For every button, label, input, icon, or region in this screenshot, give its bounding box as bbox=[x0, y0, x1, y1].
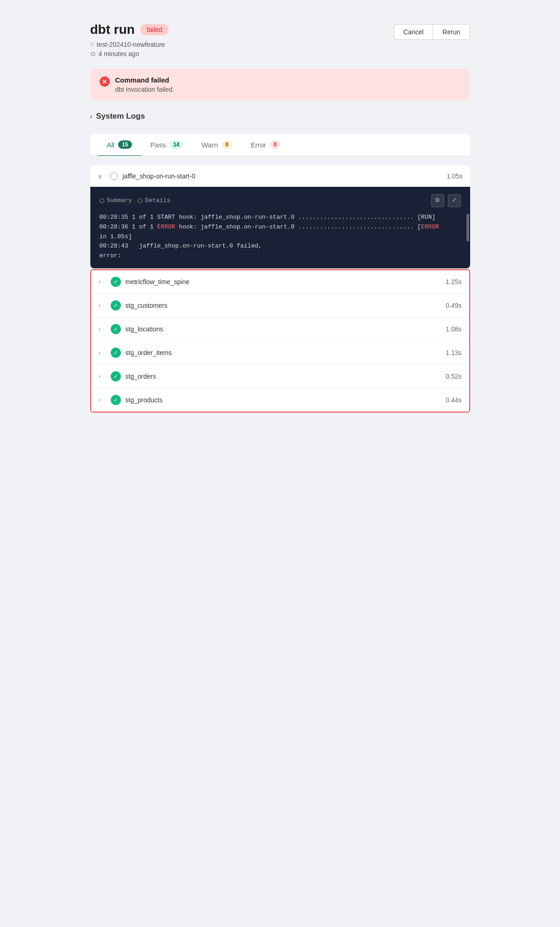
tab-pass-badge: 14 bbox=[170, 140, 183, 149]
cancel-button[interactable]: Cancel bbox=[394, 24, 433, 40]
status-badge: failed bbox=[140, 24, 169, 35]
header-buttons: Cancel Rerun bbox=[394, 24, 470, 40]
tab-all[interactable]: All 15 bbox=[98, 134, 141, 156]
pass-item-time: 1.13s bbox=[446, 349, 461, 356]
chevron-right-icon[interactable]: › bbox=[99, 396, 106, 403]
list-item: › ✓ metricflow_time_spine 1.25s bbox=[91, 270, 469, 294]
clock-icon: ⊙ bbox=[90, 50, 96, 57]
time-row: ⊙ 4 minutes ago bbox=[90, 50, 169, 57]
system-logs-section: › System Logs bbox=[90, 112, 470, 121]
run-item-jaffle-shop: ∨ jaffle_shop-on-run-start-0 1.05s Summa… bbox=[90, 165, 470, 268]
pass-items-box: › ✓ metricflow_time_spine 1.25s › ✓ stg_… bbox=[90, 269, 470, 413]
system-logs-label: System Logs bbox=[96, 112, 145, 121]
pass-icon: ✓ bbox=[111, 300, 121, 311]
summary-label: Summary bbox=[107, 196, 132, 206]
terminal-icons: ⧉ ⤢ bbox=[431, 194, 461, 207]
rerun-button[interactable]: Rerun bbox=[433, 24, 470, 40]
tab-warn[interactable]: Warn 0 bbox=[192, 134, 241, 156]
pass-icon: ✓ bbox=[111, 324, 121, 334]
branch-name: test-202410-newfeature bbox=[97, 41, 165, 48]
chevron-down-icon: ∨ bbox=[98, 173, 105, 180]
chevron-right-icon[interactable]: › bbox=[99, 373, 106, 380]
details-circle bbox=[138, 198, 142, 203]
copy-icon[interactable]: ⧉ bbox=[431, 194, 444, 207]
pass-item-time: 1.25s bbox=[446, 278, 461, 286]
error-banner: ✕ Command failed dbt invocation failed. bbox=[90, 69, 470, 101]
pass-item-time: 0.52s bbox=[446, 373, 461, 380]
terminal-output: 00:28:35 1 of 1 START hook: jaffle_shop.… bbox=[100, 213, 461, 261]
terminal-block: Summary Details ⧉ ⤢ 00:28:35 1 of 1 STAR… bbox=[90, 187, 470, 268]
chevron-right-icon[interactable]: › bbox=[99, 325, 106, 332]
terminal-scrollbar[interactable] bbox=[466, 214, 469, 241]
branch-row: ⑂ test-202410-newfeature bbox=[90, 41, 169, 48]
pass-icon: ✓ bbox=[111, 277, 121, 287]
terminal-header: Summary Details ⧉ ⤢ bbox=[100, 194, 461, 207]
system-logs-toggle[interactable]: › System Logs bbox=[90, 112, 470, 121]
list-item: › ✓ stg_orders 0.52s bbox=[91, 365, 469, 388]
tab-warn-label: Warn bbox=[201, 141, 218, 149]
terminal-tab-summary[interactable]: Summary bbox=[100, 196, 132, 206]
pass-item-time: 0.49s bbox=[446, 302, 461, 309]
error-bracket: ERROR bbox=[421, 223, 439, 230]
time-ago: 4 minutes ago bbox=[99, 50, 139, 57]
run-item-header[interactable]: ∨ jaffle_shop-on-run-start-0 1.05s bbox=[90, 165, 470, 187]
run-status-icon bbox=[110, 172, 118, 180]
header-left: dbt run failed ⑂ test-202410-newfeature … bbox=[90, 22, 169, 59]
error-keyword: ERROR bbox=[157, 223, 175, 230]
error-content: Command failed dbt invocation failed. bbox=[115, 76, 175, 93]
run-item-time: 1.05s bbox=[447, 172, 462, 180]
branch-icon: ⑂ bbox=[90, 41, 94, 48]
summary-circle bbox=[100, 198, 104, 203]
tab-pass-label: Pass bbox=[151, 141, 166, 149]
pass-icon: ✓ bbox=[111, 348, 121, 358]
chevron-right-icon[interactable]: › bbox=[99, 349, 106, 356]
pass-item-name: stg_orders bbox=[126, 373, 441, 380]
terminal-tab-details[interactable]: Details bbox=[138, 196, 170, 206]
run-item-name: jaffle_shop-on-run-start-0 bbox=[123, 172, 442, 180]
list-item: › ✓ stg_locations 1.08s bbox=[91, 317, 469, 341]
tab-all-badge: 15 bbox=[118, 140, 132, 149]
tab-all-label: All bbox=[107, 141, 115, 149]
error-icon: ✕ bbox=[100, 76, 110, 87]
page-header: dbt run failed ⑂ test-202410-newfeature … bbox=[90, 22, 470, 59]
pass-item-name: metricflow_time_spine bbox=[126, 278, 441, 286]
pass-item-name: stg_order_items bbox=[126, 349, 441, 356]
title-row: dbt run failed bbox=[90, 22, 169, 37]
chevron-right-icon: › bbox=[90, 113, 93, 120]
list-item: › ✓ stg_products 0.44s bbox=[91, 388, 469, 412]
error-title: Command failed bbox=[115, 76, 175, 84]
pass-item-name: stg_locations bbox=[126, 325, 441, 333]
expand-icon[interactable]: ⤢ bbox=[448, 194, 461, 207]
list-item: › ✓ stg_order_items 1.13s bbox=[91, 341, 469, 365]
tab-error-label: Error bbox=[251, 141, 266, 149]
chevron-right-icon[interactable]: › bbox=[99, 278, 106, 285]
details-label: Details bbox=[145, 196, 170, 206]
pass-item-time: 1.08s bbox=[446, 325, 461, 333]
tab-error[interactable]: Error 0 bbox=[241, 134, 289, 156]
pass-icon: ✓ bbox=[111, 395, 121, 405]
tab-pass[interactable]: Pass 14 bbox=[141, 134, 193, 156]
page-title: dbt run bbox=[90, 22, 135, 37]
chevron-right-icon[interactable]: › bbox=[99, 302, 106, 309]
list-item: › ✓ stg_customers 0.49s bbox=[91, 294, 469, 317]
tab-warn-badge: 0 bbox=[222, 140, 233, 149]
pass-icon: ✓ bbox=[111, 371, 121, 381]
pass-item-name: stg_customers bbox=[126, 302, 441, 309]
error-description: dbt invocation failed. bbox=[115, 86, 175, 93]
pass-item-name: stg_products bbox=[126, 396, 441, 404]
pass-item-time: 0.44s bbox=[446, 396, 461, 404]
tab-error-badge: 0 bbox=[270, 140, 281, 149]
tabs-container: All 15 Pass 14 Warn 0 Error 0 bbox=[90, 134, 470, 156]
main-container: dbt run failed ⑂ test-202410-newfeature … bbox=[81, 9, 479, 927]
